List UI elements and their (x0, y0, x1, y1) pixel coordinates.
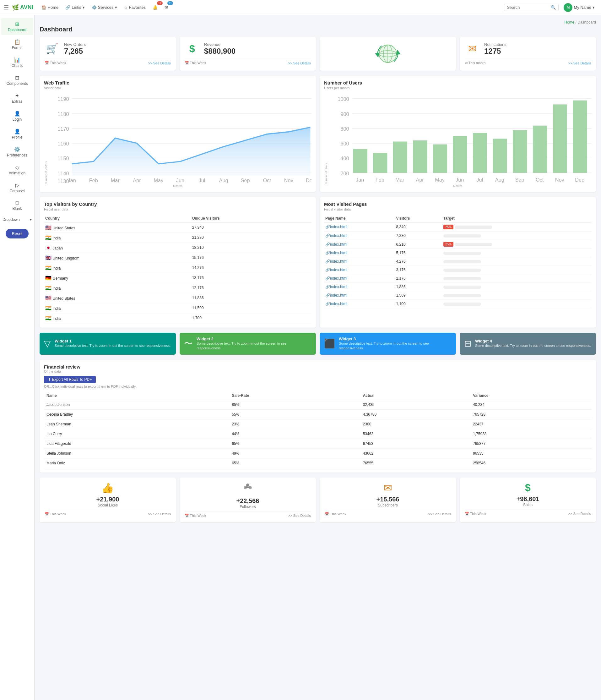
top-visitors-title: Top Visitors by Country (44, 201, 312, 207)
blank-icon: □ (16, 200, 19, 206)
table-row: 🔗index.html1,886 (324, 283, 592, 291)
charts-icon: 📊 (14, 57, 20, 63)
web-traffic-x-label: Months (44, 184, 312, 188)
nav-services[interactable]: ⚙️ Services ▾ (88, 3, 120, 11)
reset-button[interactable]: Reset (6, 229, 29, 239)
table-row[interactable]: Cecelia Bradley55%4,36780765728 (44, 409, 592, 419)
extras-icon: ✦ (15, 93, 19, 99)
forms-icon: 📋 (14, 39, 20, 45)
notifications-period: ✉ This month (465, 61, 486, 65)
svg-text:Aug: Aug (495, 177, 504, 182)
financial-title: Financial review (44, 364, 592, 370)
new-orders-details-link[interactable]: >> See Details (148, 61, 171, 65)
widget-3: ⬛ Widget 3 Some descriptive text. Try to… (320, 333, 456, 355)
sidebar-item-components[interactable]: ⊟ Components (1, 72, 33, 89)
nav-favorites[interactable]: ☆ Favorites (121, 3, 149, 11)
hamburger-icon[interactable]: ☰ (4, 4, 9, 11)
widget-4: ⊟ Widget 4 Some descriptive text. Try to… (460, 333, 596, 355)
export-pdf-button[interactable]: ⬇ Export All Rows To PDF (44, 376, 96, 383)
table-row: 🇮🇳 India11,509 (44, 303, 312, 313)
svg-text:1000: 1000 (338, 96, 349, 102)
sidebar-item-blank[interactable]: □ Blank (1, 197, 33, 214)
search-input[interactable] (507, 5, 551, 10)
table-row[interactable]: Stella Johnson49%4366296535 (44, 448, 592, 458)
social-likes-value: +21,900 (97, 496, 119, 503)
user-label: My Name (574, 5, 591, 10)
notifications-label: Notifications (484, 42, 506, 47)
animation-icon: ◇ (16, 164, 19, 170)
table-row[interactable]: Leah Sherman23%230022437 (44, 419, 592, 429)
sidebar-item-login[interactable]: 👤 Login (1, 107, 33, 125)
web-traffic-title: Web Traffic (44, 80, 312, 85)
table-row: 🔗index.html3,176 (324, 266, 592, 274)
subscribers-value: +15,566 (376, 496, 399, 503)
nav-home[interactable]: 🏠 Home (38, 3, 62, 11)
login-icon: 👤 (14, 110, 20, 117)
sidebar-item-charts[interactable]: 📊 Charts (1, 54, 33, 71)
svg-rect-45 (393, 141, 407, 173)
num-users-y-label: Number of Users (324, 93, 328, 184)
svg-text:Oct: Oct (263, 177, 271, 183)
bstat-subscribers: ✉ +15,566 Subscribers 📅 This Week >> See… (320, 478, 456, 522)
table-row: 🔗index.html2,176 (324, 274, 592, 283)
svg-text:May: May (154, 177, 164, 183)
bstat-social-likes: 👍 +21,900 Social Likes 📅 This Week >> Se… (40, 478, 176, 522)
top-visitors-subtitle: Fiscal user data (44, 207, 312, 211)
table-row[interactable]: Jacob Jensen85%32,43540,234 (44, 400, 592, 409)
table-row[interactable]: Lida Fitzgerald65%67453765377 (44, 439, 592, 448)
table-row[interactable]: Ina Curry44%534621,75938 (44, 429, 592, 439)
svg-rect-48 (453, 136, 467, 173)
sidebar-item-profile[interactable]: 👤 Profile (1, 125, 33, 143)
bottom-stats-row: 👍 +21,900 Social Likes 📅 This Week >> Se… (40, 478, 596, 522)
sales-details-link[interactable]: >> See Details (568, 512, 591, 516)
nav-links[interactable]: 🔗 Links ▾ (62, 3, 87, 11)
sidebar-item-preferences[interactable]: ⚙️ Preferences (1, 143, 33, 160)
nav-notifications-icon[interactable]: 🔔 12 (150, 3, 161, 11)
svg-text:Oct: Oct (536, 177, 544, 182)
widget-4-icon: ⊟ (464, 339, 471, 349)
sidebar-item-dropdown[interactable]: Dropdown ▾ (0, 214, 34, 225)
breadcrumb-home[interactable]: Home (564, 20, 574, 25)
sidebar-item-forms[interactable]: 📋 Forms (1, 36, 33, 53)
financial-review-card: Financial review Of the data ⬇ Export Al… (40, 360, 596, 473)
notifications-details-link[interactable]: >> See Details (568, 61, 591, 65)
most-visited-subtitle: Fiscal visitor data (324, 207, 592, 211)
table-row: 🇩🇪 Germany13,176 (44, 273, 312, 283)
sales-icon: $ (525, 482, 531, 494)
followers-details-link[interactable]: >> See Details (288, 514, 311, 518)
social-likes-details-link[interactable]: >> See Details (148, 512, 171, 516)
mv-col-target: Target (442, 214, 592, 223)
svg-text:May: May (435, 177, 445, 182)
svg-text:Feb: Feb (375, 177, 384, 182)
widget-4-title: Widget 4 (475, 339, 591, 343)
fin-col-variance: Variance (470, 392, 592, 400)
table-row: 🇺🇸 United States27,340 (44, 222, 312, 232)
svg-text:1150: 1150 (57, 155, 69, 161)
table-row: 🇮🇳 India14,276 (44, 262, 312, 273)
subscribers-details-link[interactable]: >> See Details (428, 512, 451, 516)
svg-text:Jun: Jun (176, 177, 184, 183)
mv-col-visitors: Visitors (395, 214, 442, 223)
search-box[interactable]: 🔍 (504, 4, 558, 11)
sidebar-item-extras[interactable]: ✦ Extras (1, 90, 33, 107)
widget-4-desc: Some descriptive text. Try to zoom in-ou… (475, 343, 591, 348)
widget-2-icon: 〜 (184, 338, 193, 350)
col-visitors: Unique Visitors (191, 214, 312, 223)
new-orders-period: 📅 This Week (45, 61, 66, 65)
table-row: 🇮🇳 India21,280 (44, 232, 312, 243)
web-traffic-subtitle: Visitor data (44, 86, 312, 90)
revenue-details-link[interactable]: >> See Details (288, 61, 311, 65)
widget-3-icon: ⬛ (324, 339, 335, 349)
user-menu[interactable]: M My Name ▾ (561, 2, 597, 13)
sidebar: ⊞ Dashboard 📋 Forms 📊 Charts ⊟ Component… (0, 15, 34, 700)
svg-text:Jan: Jan (68, 177, 76, 183)
sidebar-item-dashboard[interactable]: ⊞ Dashboard (1, 18, 33, 35)
sidebar-item-carousel[interactable]: ▷ Carousel (1, 179, 33, 196)
svg-text:Jul: Jul (199, 177, 205, 183)
widget-3-desc: Some descriptive text. Try to zoom in-ou… (339, 341, 451, 351)
nav-messages-icon[interactable]: ✉ 21 (161, 3, 171, 11)
table-row[interactable]: Maria Ortiz65%76555258546 (44, 458, 592, 468)
brand: 🌿 AVNI (12, 4, 33, 11)
sidebar-item-animation[interactable]: ◇ Animation (1, 161, 33, 178)
svg-text:Sep: Sep (515, 177, 524, 182)
